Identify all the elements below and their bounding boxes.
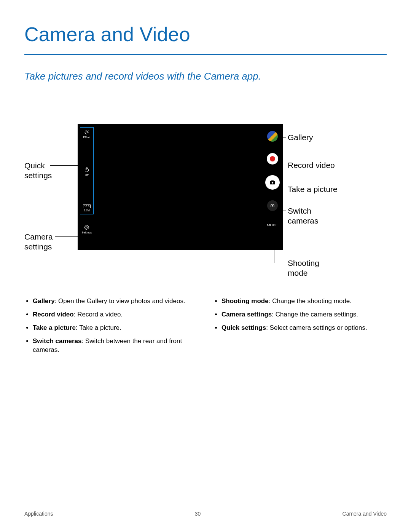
bullet-desc: : Take a picture. [76,324,121,331]
bullet-item: Take a picture: Take a picture. [33,324,198,332]
camera-left-panel: Effect Off 16:9 3.7M [78,124,96,250]
switch-camera-icon [270,203,275,208]
gallery-button[interactable] [266,130,279,142]
mode-button[interactable]: MODE [267,223,278,227]
gallery-thumbnail-icon [267,131,278,142]
bullet-term: Record video [33,311,74,318]
leader-quick-settings [50,165,79,166]
bullet-desc: : Change the shooting mode. [269,297,352,305]
bullet-desc: : Open the Gallery to view photos and vi… [55,297,185,305]
bullet-desc: : Change the camera settings. [272,311,358,318]
svg-line-5 [85,131,86,131]
bullet-item: Record video: Record a video. [33,310,198,319]
footer-page-number: 30 [195,511,201,517]
bullet-term: Switch cameras [33,337,82,345]
bullet-item: Camera settings: Change the camera setti… [221,310,387,319]
page-subtitle: Take pictures and record videos with the… [24,70,387,82]
page-footer: Applications 30 Camera and Video [24,511,387,517]
leader-camera-settings [55,236,82,237]
manual-page: Camera and Video Take pictures and recor… [0,0,411,532]
svg-rect-14 [271,205,274,207]
record-video-button[interactable] [267,153,278,165]
leader-shooting-mode-v [274,240,274,263]
callout-shooting-mode: Shooting mode [288,258,319,278]
callout-camera-settings: Camera settings [24,232,53,252]
aspect-ratio-label: 16:9 [83,204,91,208]
timer-icon[interactable]: Off [84,167,90,176]
callout-switch-cameras: Switch cameras [288,206,319,226]
svg-point-12 [86,227,88,228]
page-title: Camera and Video [24,23,387,46]
bullet-item: Gallery: Open the Gallery to view photos… [33,297,198,306]
quick-settings-panel[interactable]: Effect Off 16:9 3.7M [80,127,94,214]
footer-right: Camera and Video [342,511,387,517]
svg-line-7 [85,133,86,134]
camera-right-panel: MODE [262,124,283,250]
bullet-desc: : Record a video. [74,311,123,318]
svg-line-8 [88,131,88,131]
record-dot-icon [270,156,275,161]
bullet-column-right: Shooting mode: Change the shooting mode.… [213,297,387,359]
svg-line-6 [88,133,88,134]
camera-settings-button[interactable]: Settings [82,224,92,234]
bullet-term: Camera settings [221,311,272,318]
megapixel-label: 3.7M [84,209,90,212]
leader-gallery [278,137,286,137]
bullet-desc: : Select camera settings or options. [266,324,367,331]
svg-point-13 [272,182,274,184]
footer-left: Applications [24,511,53,517]
callout-gallery: Gallery [288,133,313,142]
leader-shooting-mode-h [274,263,286,263]
switch-cameras-button[interactable] [267,200,278,211]
bullet-term: Take a picture [33,324,76,331]
callout-record-video: Record video [288,160,335,170]
leader-switch-cameras [277,211,286,211]
svg-point-9 [85,168,88,172]
camera-settings-label: Settings [82,231,92,234]
callout-take-picture: Take a picture [288,184,338,194]
take-picture-button[interactable] [265,175,280,190]
leader-take-picture [280,189,286,189]
title-rule [24,54,387,55]
bullet-term: Shooting mode [221,297,269,305]
svg-point-0 [86,131,88,133]
leader-record-video [278,165,286,165]
bullet-term: Gallery [33,297,55,305]
svg-point-15 [272,205,273,206]
bullet-term: Quick settings [221,324,266,331]
effect-label: Effect [83,136,91,139]
figure-area: Effect Off 16:9 3.7M [24,124,387,288]
bullet-column-left: Gallery: Open the Gallery to view photos… [24,297,198,359]
camera-icon [269,179,276,186]
bullet-item: Quick settings: Select camera settings o… [221,324,387,332]
bullet-item: Shooting mode: Change the shooting mode. [221,297,387,306]
timer-label: Off [85,174,89,176]
aspect-ratio-icon[interactable]: 16:9 3.7M [83,204,91,212]
bullet-item: Switch cameras: Switch between the rear … [33,337,198,355]
bullet-columns: Gallery: Open the Gallery to view photos… [24,297,387,359]
callout-quick-settings: Quick settings [24,161,52,181]
camera-screenshot: Effect Off 16:9 3.7M [78,124,283,250]
effect-icon[interactable]: Effect [83,129,91,139]
